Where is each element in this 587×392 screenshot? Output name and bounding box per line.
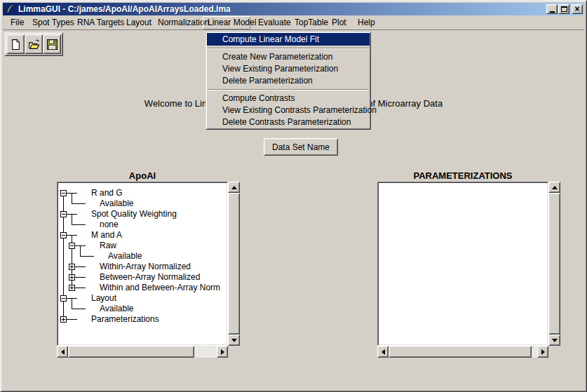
dataset-tree-listbox: R and GAvailableSpot Quality Weightingno…: [57, 182, 228, 346]
menu-spot-types[interactable]: Spot Types: [28, 16, 79, 29]
dataset-tree[interactable]: R and GAvailableSpot Quality Weightingno…: [59, 184, 226, 344]
vertical-scroll-thumb[interactable]: [548, 193, 560, 334]
menu-separator: [208, 89, 369, 90]
title-bar[interactable]: LimmaGUI - C:/james/ApoAI/ApoAIArraysLoa…: [3, 3, 584, 15]
tree-expander-plus-icon[interactable]: [60, 316, 67, 323]
menu-entry-delete-parameterization[interactable]: Delete Parameterization: [207, 75, 370, 87]
arrow-right-icon: [541, 349, 545, 355]
arrow-left-icon: [382, 349, 385, 355]
tree-item-between-array-normalized[interactable]: Between-Array Normalized: [100, 272, 200, 282]
tree-item-none[interactable]: none: [100, 219, 119, 229]
right-list-vertical-scrollbar[interactable]: [548, 182, 560, 346]
maximize-button[interactable]: [558, 4, 569, 14]
open-file-button[interactable]: [25, 34, 43, 54]
scroll-down-button[interactable]: [228, 334, 240, 346]
arrow-left-icon: [61, 349, 65, 355]
arrow-up-icon: [552, 186, 558, 189]
menu-layout[interactable]: Layout: [122, 16, 156, 29]
menu-entry-create-new-parameterization[interactable]: Create New Parameterization: [207, 51, 370, 63]
close-icon: ×: [574, 6, 579, 13]
menu-rna-targets[interactable]: RNA Targets: [73, 16, 128, 29]
arrow-right-icon: [221, 349, 224, 355]
tree-item-available[interactable]: Available: [108, 251, 142, 261]
left-panel-title: ApoAI: [57, 170, 228, 181]
vertical-scroll-thumb[interactable]: [228, 193, 240, 334]
tree-expander-plus-icon[interactable]: [69, 264, 75, 270]
arrow-down-icon: [231, 339, 237, 342]
open-folder-icon: [28, 39, 40, 50]
window-controls: ×: [546, 4, 583, 14]
menu-plot[interactable]: Plot: [328, 16, 351, 29]
menu-separator: [208, 48, 369, 49]
arrow-down-icon: [552, 339, 558, 342]
tree-expander-minus-icon[interactable]: [69, 243, 75, 249]
maximize-icon: [561, 6, 567, 12]
tree-expander-minus-icon[interactable]: [60, 190, 67, 196]
minimize-button[interactable]: [546, 4, 558, 14]
left-tree-vertical-scrollbar[interactable]: [228, 182, 240, 346]
tree-expander-plus-icon[interactable]: [69, 285, 75, 291]
tree-item-within-array-normalized[interactable]: Within-Array Normalized: [100, 262, 191, 271]
tree-item-available[interactable]: Available: [100, 198, 133, 208]
menu-entry-view-existing-parameterization[interactable]: View Existing Parameterization: [207, 63, 370, 75]
menu-file[interactable]: File: [6, 16, 28, 29]
tree-expander-minus-icon[interactable]: [60, 211, 67, 217]
horizontal-scroll-thumb[interactable]: [389, 346, 532, 358]
arrow-up-icon: [231, 186, 237, 189]
toolbar: [4, 32, 63, 56]
scroll-right-button[interactable]: [217, 346, 228, 358]
tree-item-raw[interactable]: Raw: [100, 241, 116, 250]
menu-toptable[interactable]: TopTable: [290, 16, 332, 29]
app-window: LimmaGUI - C:/james/ApoAI/ApoAIArraysLoa…: [0, 0, 587, 392]
tree-item-within-and-between-array-norm[interactable]: Within and Between-Array Norm: [100, 283, 220, 292]
menu-help[interactable]: Help: [353, 16, 379, 29]
menu-entry-compute-contrasts[interactable]: Compute Contrasts: [207, 93, 370, 104]
tree-item-parameterizations[interactable]: Parameterizations: [91, 314, 159, 324]
tree-item-m-and-a[interactable]: M and A: [91, 230, 122, 240]
scroll-right-button[interactable]: [537, 346, 548, 358]
right-panel-title: PARAMETERIZATIONS: [377, 170, 548, 181]
app-feather-icon: [6, 4, 15, 14]
new-file-button[interactable]: [6, 34, 25, 54]
minimize-icon: [550, 11, 555, 13]
scroll-left-button[interactable]: [57, 346, 68, 358]
scroll-left-button[interactable]: [377, 346, 389, 358]
tree-item-r-and-g[interactable]: R and G: [91, 188, 123, 198]
parameterizations-listbox: [377, 182, 548, 346]
tree-item-available[interactable]: Available: [100, 304, 133, 313]
tree-item-layout[interactable]: Layout: [91, 293, 116, 303]
scroll-up-button[interactable]: [228, 182, 240, 193]
left-tree-horizontal-scrollbar[interactable]: [57, 346, 228, 358]
menu-entry-delete-contrasts-parameterization[interactable]: Delete Contrasts Parameterization: [207, 116, 370, 128]
menu-bar: FileSpot TypesRNA TargetsLayoutNormaliza…: [3, 15, 584, 30]
scroll-up-button[interactable]: [548, 182, 560, 193]
data-set-name-button[interactable]: Data Set Name: [264, 138, 338, 156]
tree-expander-minus-icon[interactable]: [60, 232, 67, 238]
tree-item-spot-quality-weighting[interactable]: Spot Quality Weighting: [91, 209, 177, 219]
menu-entry-compute-linear-model-fit[interactable]: Compute Linear Model Fit: [207, 33, 370, 46]
menu-evaluate[interactable]: Evaluate: [254, 16, 295, 29]
horizontal-scroll-thumb[interactable]: [68, 346, 194, 358]
save-file-button[interactable]: [43, 34, 61, 54]
parameterizations-list[interactable]: [379, 184, 546, 344]
tree-expander-minus-icon[interactable]: [60, 295, 67, 302]
close-button[interactable]: ×: [572, 4, 583, 14]
save-floppy-icon: [46, 39, 58, 50]
window-title: LimmaGUI - C:/james/ApoAI/ApoAIArraysLoa…: [18, 4, 231, 14]
menu-linear-model[interactable]: Linear Model: [203, 16, 250, 29]
linear-model-menu: Compute Linear Model FitCreate New Param…: [205, 32, 371, 130]
new-document-icon: [10, 39, 22, 50]
right-list-horizontal-scrollbar[interactable]: [377, 346, 548, 358]
menu-entry-view-existing-contrasts-parameterization[interactable]: View Existing Contrasts Parameterization: [207, 104, 370, 116]
scroll-down-button[interactable]: [548, 334, 560, 346]
tree-expander-plus-icon[interactable]: [69, 274, 75, 281]
